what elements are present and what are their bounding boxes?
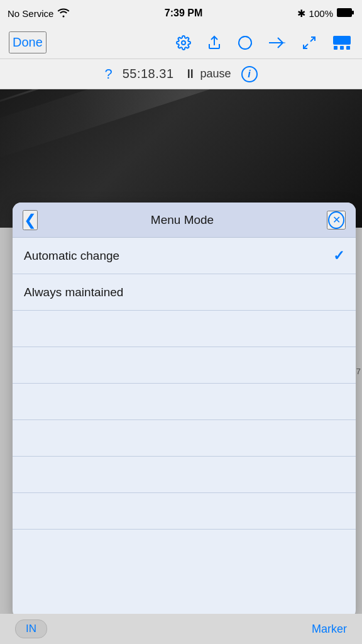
main-area: 7 ❮ Menu Mode ✕ Automatic change ✓ Alway…	[0, 89, 362, 644]
status-left: No Service	[8, 8, 70, 19]
status-right: ✱ 100%	[297, 8, 354, 19]
automatic-change-checkmark: ✓	[333, 248, 344, 264]
wifi-icon	[57, 8, 70, 19]
status-bar: No Service 7:39 PM ✱ 100%	[0, 0, 362, 26]
pause-control: ⏸ pause	[184, 67, 231, 81]
bottom-bar: IN Marker	[0, 614, 362, 644]
list-item-empty	[13, 493, 356, 530]
svg-rect-12	[346, 46, 350, 50]
side-number: 7	[356, 367, 361, 376]
always-maintained-label: Always maintained	[24, 286, 123, 299]
svg-point-4	[239, 36, 251, 49]
grid-icon[interactable]	[331, 33, 353, 52]
modal-header: ❮ Menu Mode ✕	[13, 203, 356, 238]
modal-close-circle: ✕	[328, 211, 344, 229]
gear-icon[interactable]	[173, 33, 194, 53]
toolbar-icons	[173, 33, 353, 53]
list-item-empty	[13, 457, 356, 493]
modal-title: Menu Mode	[151, 213, 214, 227]
list-item-empty	[13, 384, 356, 420]
list-item-empty	[13, 311, 356, 347]
loading-icon[interactable]	[235, 33, 255, 53]
status-time: 7:39 PM	[165, 8, 202, 19]
question-button[interactable]: ?	[104, 66, 112, 82]
svg-rect-0	[337, 8, 352, 17]
svg-rect-10	[334, 46, 337, 50]
list-item[interactable]: Always maintained	[13, 274, 356, 311]
marker-button[interactable]: Marker	[312, 623, 347, 636]
timer-display: 55:18.31	[123, 67, 174, 81]
svg-point-2	[182, 41, 185, 45]
svg-line-8	[304, 44, 308, 48]
sub-toolbar: ? 55:18.31 ⏸ pause i	[0, 59, 362, 89]
automatic-change-label: Automatic change	[24, 249, 119, 263]
svg-line-7	[310, 37, 315, 42]
pause-icon[interactable]: ⏸	[184, 67, 197, 81]
battery-label: 100%	[309, 8, 333, 19]
info-button[interactable]: i	[241, 66, 258, 82]
done-button[interactable]: Done	[9, 31, 47, 53]
menu-mode-modal: ❮ Menu Mode ✕ Automatic change ✓ Always …	[13, 203, 356, 619]
toolbar: Done	[0, 26, 362, 59]
list-item-empty	[13, 347, 356, 384]
forward-icon[interactable]	[266, 34, 288, 52]
svg-rect-9	[333, 36, 351, 45]
pause-label[interactable]: pause	[200, 67, 231, 80]
svg-rect-1	[352, 11, 354, 14]
share-icon[interactable]	[205, 33, 224, 53]
list-item-empty	[13, 420, 356, 457]
menu-mode-list: Automatic change ✓ Always maintained	[13, 238, 356, 530]
list-item[interactable]: Automatic change ✓	[13, 238, 356, 274]
in-button[interactable]: IN	[15, 619, 47, 638]
battery-icon	[337, 8, 354, 19]
carrier-label: No Service	[8, 8, 53, 19]
modal-back-button[interactable]: ❮	[23, 210, 38, 230]
expand-icon[interactable]	[299, 33, 319, 53]
bluetooth-icon: ✱	[297, 8, 305, 19]
modal-close-button[interactable]: ✕	[327, 211, 346, 230]
svg-rect-11	[340, 46, 344, 50]
